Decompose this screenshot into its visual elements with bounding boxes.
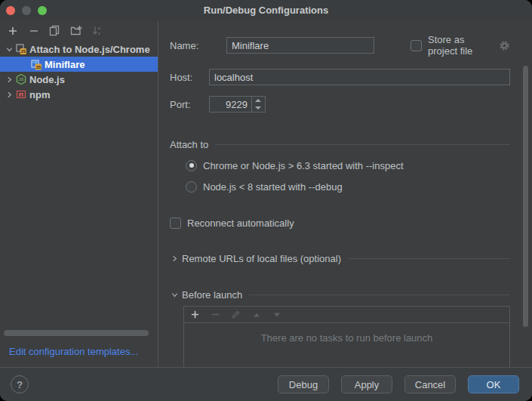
svg-text:a: a bbox=[98, 26, 101, 30]
move-down-icon bbox=[272, 310, 281, 319]
tree-item-miniflare[interactable]: JS Miniflare bbox=[0, 57, 158, 72]
remove-task-button bbox=[209, 308, 222, 321]
attach-nodejs-chrome-icon: JS bbox=[15, 43, 27, 55]
configuration-form: Name: Store as project file Host: Port: bbox=[159, 21, 532, 367]
tree-item-label: Node.js bbox=[29, 74, 65, 85]
stepper-up-icon bbox=[255, 99, 261, 102]
chevron-right-icon[interactable] bbox=[170, 254, 180, 264]
group-separator bbox=[249, 295, 510, 295]
store-as-project-file-checkbox[interactable] bbox=[411, 40, 422, 51]
group-separator bbox=[348, 258, 510, 259]
before-launch-panel: There are no tasks to run before launch bbox=[183, 306, 510, 367]
stepper-down-icon bbox=[255, 106, 261, 110]
reconnect-checkbox[interactable] bbox=[170, 217, 181, 229]
help-button[interactable]: ? bbox=[11, 375, 29, 393]
radio-selected-icon[interactable] bbox=[186, 160, 197, 171]
npm-icon bbox=[15, 88, 27, 100]
chevron-down-icon[interactable] bbox=[3, 43, 15, 55]
reconnect-row[interactable]: Reconnect automatically bbox=[170, 214, 510, 231]
tree-item-attach-to-nodejs-chrome[interactable]: JS Attach to Node.js/Chrome bbox=[0, 42, 158, 57]
sidebar-toolbar: az bbox=[0, 21, 158, 40]
port-stepper bbox=[251, 97, 264, 112]
form-vertical-scrollbar[interactable] bbox=[523, 66, 528, 327]
group-separator bbox=[215, 144, 510, 145]
chevron-right-icon[interactable] bbox=[3, 73, 15, 85]
tree-item-label: Attach to Node.js/Chrome bbox=[29, 44, 150, 55]
copy-icon bbox=[49, 25, 60, 36]
port-row: Port: bbox=[170, 96, 510, 113]
edit-icon bbox=[231, 310, 241, 319]
nodejs-icon: JS bbox=[15, 73, 27, 85]
before-launch-title: Before launch bbox=[182, 289, 242, 301]
port-input[interactable] bbox=[210, 97, 251, 112]
edit-configuration-templates-link[interactable]: Edit configuration templates... bbox=[9, 346, 138, 357]
remove-icon bbox=[211, 310, 220, 319]
before-launch-empty-text: There are no tasks to run before launch bbox=[184, 332, 509, 344]
svg-text:JS: JS bbox=[19, 77, 24, 82]
move-up-icon bbox=[252, 310, 261, 319]
before-launch-section-header[interactable]: Before launch bbox=[170, 286, 510, 303]
svg-text:JS: JS bbox=[20, 49, 26, 54]
name-input[interactable] bbox=[226, 37, 374, 54]
host-input[interactable] bbox=[209, 69, 510, 85]
port-increment-button[interactable] bbox=[252, 97, 264, 104]
configurations-tree: JS Attach to Node.js/Chrome JS Miniflare… bbox=[0, 42, 158, 102]
chevron-right-icon[interactable] bbox=[3, 88, 15, 100]
move-task-down-button bbox=[270, 308, 283, 321]
ok-button[interactable]: OK bbox=[468, 375, 519, 393]
tree-item-label: npm bbox=[29, 89, 50, 100]
sort-alpha-icon: az bbox=[91, 25, 103, 36]
debug-button[interactable]: Debug bbox=[278, 375, 329, 393]
before-launch-toolbar bbox=[184, 307, 509, 323]
attach-to-title: Attach to bbox=[170, 139, 208, 150]
port-decrement-button[interactable] bbox=[252, 104, 264, 112]
host-label: Host: bbox=[170, 72, 192, 83]
edit-task-button bbox=[229, 308, 242, 321]
svg-text:JS: JS bbox=[35, 65, 41, 69]
name-row: Name: Store as project file bbox=[170, 37, 510, 54]
copy-configuration-button[interactable] bbox=[48, 24, 61, 37]
svg-text:z: z bbox=[98, 31, 100, 35]
attach-nodejs-chrome-run-icon: JS bbox=[30, 58, 42, 70]
dialog-title: Run/Debug Configurations bbox=[0, 0, 532, 21]
add-task-button[interactable] bbox=[189, 308, 201, 321]
dialog-footer: ? Debug Apply Cancel OK bbox=[0, 367, 532, 401]
radio-unselected-icon[interactable] bbox=[186, 181, 197, 193]
tree-item-nodejs[interactable]: JS Node.js bbox=[0, 72, 158, 87]
configurations-sidebar: az JS Attach to Node.js/Chrome JS Minifl… bbox=[0, 21, 158, 367]
radio-option-inspect[interactable]: Chrome or Node.js > 6.3 started with --i… bbox=[186, 157, 510, 174]
store-as-project-file-label: Store as project file bbox=[428, 34, 493, 57]
radio-option-label: Chrome or Node.js > 6.3 started with --i… bbox=[203, 160, 404, 171]
new-folder-icon bbox=[70, 25, 82, 36]
action-buttons: Debug Apply Cancel OK bbox=[278, 375, 519, 393]
cancel-button[interactable]: Cancel bbox=[404, 375, 456, 393]
port-label: Port: bbox=[170, 99, 190, 110]
radio-option-debug[interactable]: Node.js < 8 started with --debug bbox=[186, 178, 510, 195]
tree-item-label: Miniflare bbox=[45, 59, 85, 70]
add-configuration-button[interactable] bbox=[6, 24, 19, 37]
move-task-up-button bbox=[250, 308, 263, 321]
attach-to-group-header: Attach to bbox=[170, 136, 510, 153]
add-icon bbox=[8, 26, 18, 36]
run-debug-configurations-dialog: Run/Debug Configurations az JS bbox=[0, 0, 532, 401]
reconnect-label: Reconnect automatically bbox=[187, 217, 294, 229]
remove-icon bbox=[29, 26, 39, 36]
remote-urls-section-header[interactable]: Remote URLs of local files (optional) bbox=[170, 250, 510, 267]
remote-urls-title: Remote URLs of local files (optional) bbox=[182, 253, 341, 264]
add-icon bbox=[190, 310, 200, 319]
chevron-down-icon[interactable] bbox=[170, 290, 180, 300]
host-row: Host: bbox=[170, 69, 510, 85]
help-icon: ? bbox=[17, 379, 23, 390]
new-folder-button[interactable] bbox=[69, 24, 82, 37]
sidebar-horizontal-scrollbar[interactable] bbox=[4, 330, 149, 336]
sort-configurations-button: az bbox=[91, 24, 103, 37]
remove-configuration-button[interactable] bbox=[27, 24, 40, 37]
radio-option-label: Node.js < 8 started with --debug bbox=[203, 181, 343, 193]
titlebar: Run/Debug Configurations bbox=[0, 0, 532, 21]
apply-button[interactable]: Apply bbox=[341, 375, 392, 393]
tree-item-npm[interactable]: npm bbox=[0, 87, 158, 102]
name-label: Name: bbox=[170, 40, 198, 51]
gear-icon[interactable] bbox=[499, 40, 510, 51]
